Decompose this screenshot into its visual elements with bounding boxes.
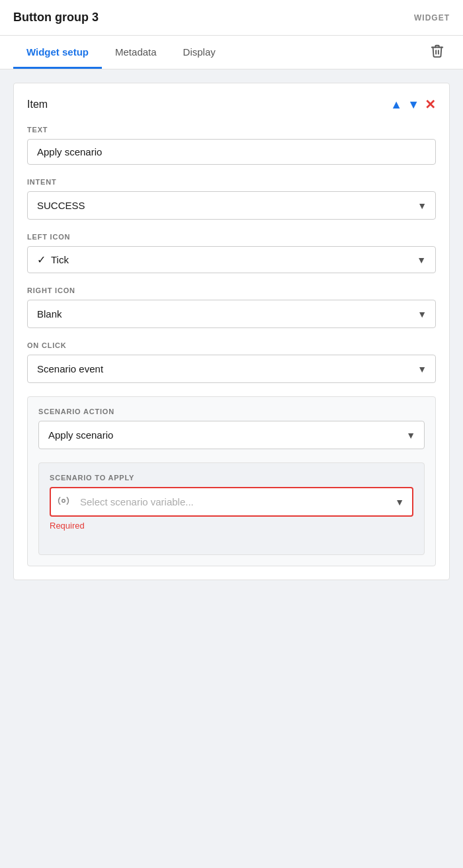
intent-select-wrapper: SUCCESS ▼ xyxy=(27,191,436,220)
move-up-button[interactable]: ▲ xyxy=(390,98,402,112)
left-icon-select[interactable]: ✓ Tick ▼ xyxy=(27,246,436,273)
right-icon-select-wrapper: Blank ▼ xyxy=(27,300,436,328)
right-icon-field-group: RIGHT ICON Blank ▼ xyxy=(27,286,436,328)
scenario-to-apply-label: SCENARIO TO APPLY xyxy=(50,474,413,482)
on-click-field-group: ON CLICK Scenario event ▼ xyxy=(27,341,436,383)
page-header: Button group 3 WIDGET xyxy=(0,0,463,36)
scenario-action-card: SCENARIO ACTION Apply scenario ▼ SCENARI… xyxy=(27,396,436,566)
item-card: Item ▲ ▼ ✕ TEXT INTENT SUCCESS ▼ LEFT I xyxy=(13,83,450,580)
scenario-to-apply-field-group: SCENARIO TO APPLY Select scenario variab… xyxy=(50,474,413,531)
remove-item-button[interactable]: ✕ xyxy=(425,97,436,112)
scenario-action-field-group: SCENARIO ACTION Apply scenario ▼ xyxy=(38,408,425,449)
scenario-action-label: SCENARIO ACTION xyxy=(38,408,425,415)
left-icon-field-group: LEFT ICON ✓ Tick ▼ xyxy=(27,233,436,273)
tab-widget-setup[interactable]: Widget setup xyxy=(13,36,102,69)
scenario-action-select[interactable]: Apply scenario xyxy=(38,421,425,449)
text-field-group: TEXT xyxy=(27,126,436,165)
right-icon-select[interactable]: Blank xyxy=(27,300,436,328)
on-click-label: ON CLICK xyxy=(27,341,436,349)
required-indicator: Required xyxy=(50,521,413,531)
intent-label: INTENT xyxy=(27,178,436,186)
intent-select[interactable]: SUCCESS xyxy=(27,191,436,220)
move-down-button[interactable]: ▼ xyxy=(407,98,419,112)
on-click-select[interactable]: Scenario event xyxy=(27,355,436,383)
card-actions: ▲ ▼ ✕ xyxy=(390,97,436,112)
right-icon-label: RIGHT ICON xyxy=(27,286,436,294)
card-header: Item ▲ ▼ ✕ xyxy=(27,97,436,112)
text-label: TEXT xyxy=(27,126,436,134)
left-icon-value: Tick xyxy=(51,254,69,265)
scenario-to-apply-card: SCENARIO TO APPLY Select scenario variab… xyxy=(38,462,425,555)
scenario-action-select-wrapper: Apply scenario ▼ xyxy=(38,421,425,449)
widget-badge: WIDGET xyxy=(414,13,450,22)
scenario-variable-select[interactable]: Select scenario variable... xyxy=(50,487,413,517)
page-title: Button group 3 xyxy=(13,11,99,24)
intent-field-group: INTENT SUCCESS ▼ xyxy=(27,178,436,220)
tabs-bar: Widget setup Metadata Display xyxy=(0,36,463,69)
tabs-container: Widget setup Metadata Display xyxy=(13,36,229,69)
main-content: Item ▲ ▼ ✕ TEXT INTENT SUCCESS ▼ LEFT I xyxy=(0,69,463,593)
on-click-select-wrapper: Scenario event ▼ xyxy=(27,355,436,383)
text-input[interactable] xyxy=(27,139,436,165)
left-icon-arrow: ▼ xyxy=(417,255,426,265)
tick-icon: ✓ xyxy=(37,253,46,266)
delete-button[interactable] xyxy=(425,38,450,67)
tab-metadata[interactable]: Metadata xyxy=(102,36,170,69)
tab-display[interactable]: Display xyxy=(170,36,229,69)
left-icon-label: LEFT ICON xyxy=(27,233,436,241)
card-title: Item xyxy=(27,99,48,110)
scenario-variable-select-wrapper: Select scenario variable... ▼ xyxy=(50,487,413,517)
